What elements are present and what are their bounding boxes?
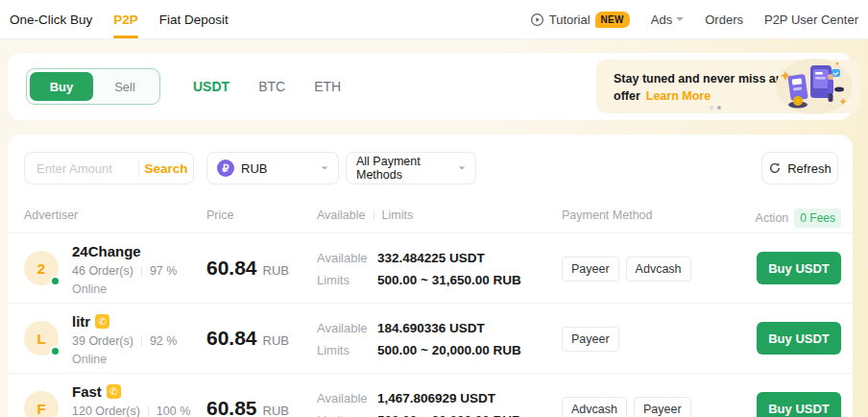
- promo-banner[interactable]: Stay tuned and never miss any offerLearn…: [596, 60, 860, 113]
- header-action: Action 0 Fees: [756, 208, 841, 228]
- tab-usdt[interactable]: USDT: [193, 79, 229, 94]
- coin-tabs: USDT BTC ETH: [193, 53, 341, 120]
- limits-value: 500.00 ~ 31,650.00 RUB: [377, 269, 521, 291]
- advertiser-name[interactable]: 24Change: [72, 243, 141, 259]
- banner-line1: Stay tuned and never miss any: [614, 72, 789, 86]
- banner-learn-more-link[interactable]: Learn More: [646, 89, 711, 103]
- avatar-initial: 2: [37, 260, 45, 277]
- nav-p2p-user-center[interactable]: P2P User Center: [764, 12, 858, 27]
- available-value: 332.484225 USDT: [377, 247, 485, 269]
- avatar-initial: F: [36, 401, 45, 417]
- online-status-dot: [50, 276, 60, 286]
- payment-method-chip: Payeer: [562, 257, 619, 282]
- banner-illustration: [772, 58, 853, 115]
- limits-value: 500.00 ~ 20,000.00 RUB: [377, 339, 521, 361]
- available-limits-cell: Available 184.690336 USDT Limits 500.00 …: [317, 317, 521, 361]
- divider: [148, 406, 149, 416]
- currency-code: RUB: [241, 161, 267, 176]
- carousel-dot[interactable]: [717, 106, 721, 110]
- search-button[interactable]: Search: [139, 161, 193, 176]
- carousel-dot[interactable]: [710, 106, 713, 110]
- banner-text: Stay tuned and never miss any offerLearn…: [614, 70, 789, 105]
- avatar[interactable]: 2: [24, 251, 59, 285]
- payment-method-chip: Payeer: [634, 397, 691, 417]
- banner-line2: offer: [614, 89, 640, 103]
- advertiser-stats: 39 Order(s) 92 %: [72, 334, 177, 348]
- top-nav-right: Tutorial NEW Ads Orders P2P User Center: [530, 12, 858, 28]
- nav-p2p[interactable]: P2P: [113, 12, 138, 27]
- tab-eth[interactable]: ETH: [314, 79, 341, 94]
- refresh-button[interactable]: Refresh: [761, 152, 838, 184]
- header-available: Available: [317, 208, 366, 222]
- limits-label: Limits: [317, 409, 377, 417]
- buy-usdt-button[interactable]: Buy USDT: [757, 392, 841, 417]
- advertiser-name[interactable]: litr: [72, 313, 90, 330]
- ads-label: Ads: [651, 12, 672, 27]
- price-value: 60.85: [206, 397, 257, 417]
- avatar[interactable]: F: [24, 391, 59, 417]
- nav-orders[interactable]: Orders: [705, 12, 743, 27]
- order-count: 39 Order(s): [72, 334, 133, 348]
- price-value: 60.84: [206, 257, 257, 280]
- table-row: L litr 39 Order(s) 92 % Online 60.84 RUB…: [8, 303, 853, 373]
- limits-value: 500.00 ~ 30,000.00 RUB: [377, 409, 521, 417]
- available-label: Available: [317, 317, 377, 339]
- nav-fiat-deposit[interactable]: Fiat Deposit: [159, 12, 229, 27]
- refresh-icon: [768, 161, 782, 175]
- payment-methods-cell: Advcash Payeer: [562, 374, 691, 417]
- amount-input[interactable]: [25, 161, 138, 176]
- header-available-limits: Available Limits: [317, 208, 413, 222]
- offer-rows: 2 24Change 46 Order(s) 97 % Online 60.84…: [8, 233, 853, 417]
- sell-tab[interactable]: Sell: [93, 72, 157, 101]
- avatar[interactable]: L: [24, 321, 59, 356]
- price-currency: RUB: [263, 404, 289, 417]
- play-circle-icon: [530, 12, 544, 27]
- buy-tab[interactable]: Buy: [30, 72, 93, 101]
- available-limits-cell: Available 332.484225 USDT Limits 500.00 …: [317, 247, 521, 291]
- available-label: Available: [317, 247, 377, 269]
- online-status-dot: [50, 346, 60, 356]
- ruble-currency-icon: ₽: [217, 159, 234, 177]
- top-nav-left: One-Click Buy P2P Fiat Deposit: [10, 12, 229, 27]
- advertiser-name[interactable]: Fast: [72, 383, 102, 400]
- price-cell: 60.85 RUB: [206, 397, 289, 417]
- tab-btc[interactable]: BTC: [258, 79, 285, 94]
- buy-usdt-button[interactable]: Buy USDT: [757, 252, 841, 284]
- payment-method-select[interactable]: All Payment Methods: [346, 152, 476, 184]
- nav-ads[interactable]: Ads: [651, 12, 684, 27]
- price-cell: 60.84 RUB: [206, 327, 289, 350]
- buy-usdt-button[interactable]: Buy USDT: [757, 322, 841, 355]
- currency-select[interactable]: ₽ RUB: [206, 152, 339, 184]
- online-status-label: Online: [72, 353, 107, 366]
- chevron-down-icon: [676, 17, 684, 21]
- payment-filter-label: All Payment Methods: [356, 155, 451, 182]
- chevron-down-icon: [322, 166, 327, 169]
- table-header: Advertiser Price Available Limits Paymen…: [8, 200, 853, 233]
- top-nav: One-Click Buy P2P Fiat Deposit Tutorial …: [0, 0, 868, 39]
- nav-one-click-buy[interactable]: One-Click Buy: [10, 12, 92, 27]
- price-cell: 60.84 RUB: [206, 257, 289, 280]
- available-value: 1,467.806929 USDT: [377, 387, 495, 409]
- advertiser-stats: 46 Order(s) 97 %: [72, 264, 177, 278]
- avatar-initial: L: [36, 331, 45, 347]
- payment-method-chip: Advcash: [626, 257, 691, 282]
- payment-methods-cell: Payeer: [562, 304, 619, 374]
- order-count: 120 Order(s): [72, 405, 140, 417]
- completion-rate: 97 %: [150, 264, 178, 278]
- verified-merchant-icon: [95, 314, 109, 329]
- table-row: F Fast 120 Order(s) 100 % Online 60.85 R…: [8, 373, 853, 417]
- payment-method-chip: Advcash: [562, 397, 627, 417]
- amount-search-group: Search: [24, 152, 194, 184]
- table-row: 2 24Change 46 Order(s) 97 % Online 60.84…: [8, 233, 853, 303]
- trade-panel-card: Buy Sell USDT BTC ETH Stay tuned and nev…: [8, 53, 853, 120]
- buy-sell-toggle: Buy Sell: [26, 68, 160, 105]
- offers-card: Search ₽ RUB All Payment Methods Refresh…: [8, 135, 853, 417]
- new-badge: NEW: [595, 12, 630, 28]
- action-label: Action: [756, 211, 789, 225]
- divider: [141, 336, 142, 346]
- divider: [141, 266, 142, 276]
- chevron-down-icon: [459, 166, 465, 169]
- nav-tutorial[interactable]: Tutorial NEW: [530, 12, 630, 28]
- limits-label: Limits: [317, 339, 377, 361]
- payment-methods-cell: Payeer Advcash: [562, 233, 691, 304]
